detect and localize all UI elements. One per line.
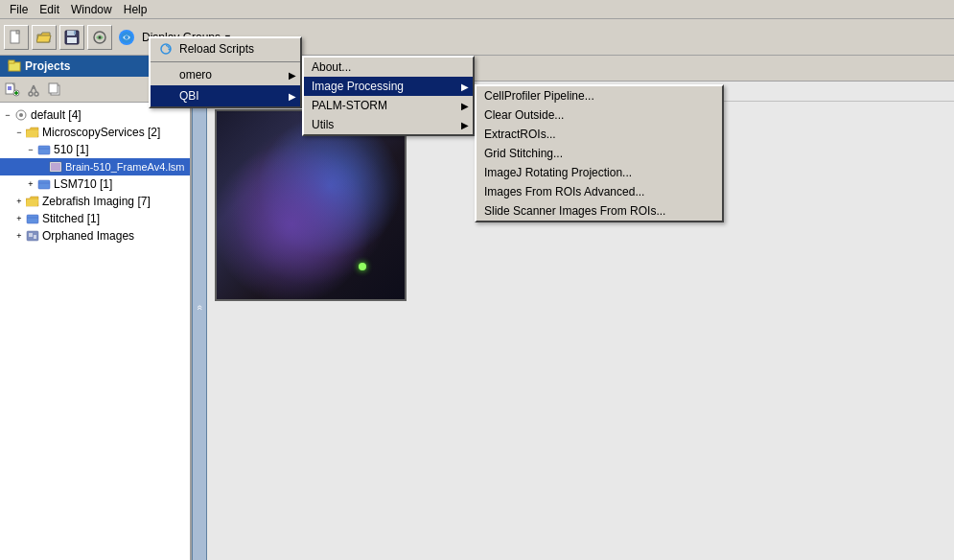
about-label: About... [312,60,351,74]
svg-rect-36 [29,233,33,237]
tree-item-default[interactable]: − default [4] [0,106,190,124]
display-groups-icon [119,30,134,45]
expand-default[interactable]: − [2,109,13,121]
display-groups-menu: Reload Scripts omero ▶ QBI ▶ [149,36,302,108]
imgproc-submenu-arrow: ▶ [461,82,469,92]
icon-brain510 [48,159,63,175]
menu-clear-outside[interactable]: Clear Outside... [477,105,722,125]
open-button[interactable] [32,25,57,50]
utils-label: Utils [312,118,334,131]
menu-extract-rois[interactable]: ExtractROIs... [477,125,722,144]
qbi-label: QBI [179,89,199,103]
menu-edit[interactable]: Edit [34,2,65,17]
menu-window[interactable]: Window [65,2,118,17]
projects-panel: Projects [0,56,192,560]
svg-point-9 [125,35,128,39]
palm-storm-label: PALM-STORM [312,99,387,112]
svg-point-26 [19,113,23,117]
tree-label-lsm710: LSM710 [1] [54,177,112,191]
icon-510 [36,142,52,157]
menu-imagej-rotating[interactable]: ImageJ Rotating Projection... [477,163,722,182]
menu-grid-stitching[interactable]: Grid Stitching... [477,144,722,163]
proj-cut-btn[interactable] [24,80,43,99]
menu-image-processing[interactable]: Image Processing ▶ [304,77,473,96]
menu-utils[interactable]: Utils ▶ [304,115,473,134]
icon-orphaned [25,228,40,244]
tree-label-orphaned: Orphaned Images [42,229,134,243]
icon-default [13,107,29,123]
tree-item-brain510[interactable]: Brain-510_FrameAv4.lsm [0,158,190,175]
proj-copy-btn[interactable] [45,80,64,99]
svg-rect-3 [67,31,75,35]
extract-rois-label: ExtractROIs... [484,128,556,141]
qbi-icon [158,88,174,104]
svg-rect-4 [67,37,77,43]
tree-label-zebrafish: Zebrafish Imaging [7] [42,195,151,208]
clear-outside-label: Clear Outside... [484,108,564,122]
image-thumbnail[interactable] [215,109,407,301]
expand-stitched[interactable]: + [13,213,25,224]
tree-label-microscopy: MicroscopyServices [2] [42,126,160,139]
cellprofiler-label: CellProfiler Pipeline... [484,89,594,103]
expand-510[interactable]: − [25,144,36,155]
svg-point-19 [35,92,38,96]
icon-lsm710 [36,176,52,192]
expand-zebrafish[interactable]: + [13,196,25,207]
expand-brain510 [36,161,48,173]
menu-reload-scripts[interactable]: Reload Scripts [151,38,300,59]
menu-file[interactable]: File [4,2,34,17]
imagej-rotating-label: ImageJ Rotating Projection... [484,166,632,179]
svg-rect-31 [38,180,50,189]
reload-icon [158,41,174,57]
image-processing-submenu: CellProfiler Pipeline... Clear Outside..… [475,84,724,222]
svg-rect-24 [49,83,58,93]
icon-stitched [25,211,40,226]
svg-rect-30 [51,163,60,171]
menu-qbi[interactable]: QBI ▶ [151,85,300,106]
svg-rect-37 [34,235,36,239]
project-tree: − default [4] − [0,103,190,248]
brain-image [217,111,405,299]
icon-zebrafish [25,194,40,209]
projects-title: Projects [25,59,70,73]
expand-microscopy[interactable]: − [13,127,25,138]
menu-about[interactable]: About... [304,58,473,77]
tree-item-zebrafish[interactable]: + Zebrafish Imaging [7] [0,193,190,210]
expand-orphaned[interactable]: + [13,230,25,242]
svg-rect-1 [16,31,19,34]
menubar: File Edit Window Help [0,0,954,19]
grid-stitching-label: Grid Stitching... [484,147,563,160]
tree-label-stitched: Stitched [1] [42,212,100,225]
utils-submenu-arrow: ▶ [461,120,469,130]
tree-item-stitched[interactable]: + Stitched [1] [0,210,190,227]
connect-button[interactable] [87,25,112,50]
svg-rect-27 [38,146,50,154]
expand-lsm710[interactable]: + [25,178,36,190]
svg-rect-33 [27,215,38,223]
tree-label-default: default [4] [31,108,81,122]
svg-rect-5 [74,31,76,35]
palmstorm-submenu-arrow: ▶ [461,101,469,111]
tree-item-510[interactable]: − 510 [1] [0,141,190,158]
menu-slide-scanner[interactable]: Slide Scanner Images From ROIs... [477,201,722,221]
reload-scripts-label: Reload Scripts [179,42,254,56]
save-button[interactable] [59,25,84,50]
menu-help[interactable]: Help [118,2,153,17]
menu-palm-storm[interactable]: PALM-STORM ▶ [304,96,473,115]
menu-cellprofiler[interactable]: CellProfiler Pipeline... [477,86,722,105]
panel-collapse-button[interactable]: « [192,56,207,560]
omero-label: omero [179,68,212,82]
slide-scanner-label: Slide Scanner Images From ROIs... [484,204,665,218]
tree-item-lsm710[interactable]: + LSM710 [1] [0,175,190,193]
tree-item-microscopy[interactable]: − MicroscopyServices [2] [0,124,190,141]
qbi-submenu: About... Image Processing ▶ PALM-STORM ▶… [302,56,475,136]
menu-images-from-rois[interactable]: Images From ROIs Advanced... [477,182,722,201]
menu-omero[interactable]: omero ▶ [151,64,300,85]
svg-point-7 [99,35,102,38]
new-button[interactable] [4,25,29,50]
images-from-rois-label: Images From ROIs Advanced... [484,185,644,198]
proj-new-btn[interactable] [3,80,22,99]
image-processing-label: Image Processing [312,80,404,93]
tree-label-brain510: Brain-510_FrameAv4.lsm [65,161,185,173]
tree-item-orphaned[interactable]: + Orphaned Images [0,227,190,245]
